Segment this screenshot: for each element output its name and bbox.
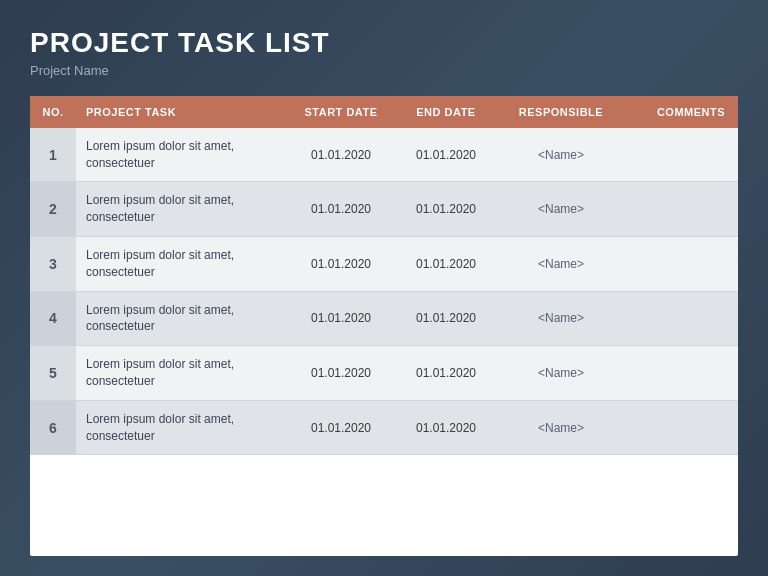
- cell-end-date: 01.01.2020: [396, 128, 496, 182]
- cell-no: 5: [30, 346, 76, 401]
- cell-responsible: <Name>: [496, 182, 626, 237]
- cell-comments: [626, 128, 738, 182]
- cell-task: Lorem ipsum dolor sit amet, consectetuer: [76, 236, 286, 291]
- col-header-task: PROJECT TASK: [76, 96, 286, 128]
- cell-comments: [626, 291, 738, 346]
- cell-start-date: 01.01.2020: [286, 128, 396, 182]
- cell-responsible: <Name>: [496, 400, 626, 455]
- table-row: 2Lorem ipsum dolor sit amet, consectetue…: [30, 182, 738, 237]
- header-section: PROJECT TASK LIST Project Name: [30, 28, 738, 78]
- cell-comments: [626, 346, 738, 401]
- table-header-row: NO. PROJECT TASK START DATE END DATE RES…: [30, 96, 738, 128]
- cell-start-date: 01.01.2020: [286, 236, 396, 291]
- cell-no: 1: [30, 128, 76, 182]
- table-container: NO. PROJECT TASK START DATE END DATE RES…: [30, 96, 738, 556]
- cell-task: Lorem ipsum dolor sit amet, consectetuer: [76, 400, 286, 455]
- page-wrapper: PROJECT TASK LIST Project Name NO. PROJE…: [0, 0, 768, 576]
- cell-task: Lorem ipsum dolor sit amet, consectetuer: [76, 128, 286, 182]
- col-header-start: START DATE: [286, 96, 396, 128]
- cell-start-date: 01.01.2020: [286, 291, 396, 346]
- cell-start-date: 01.01.2020: [286, 182, 396, 237]
- page-title: PROJECT TASK LIST: [30, 28, 738, 59]
- cell-task: Lorem ipsum dolor sit amet, consectetuer: [76, 182, 286, 237]
- cell-comments: [626, 182, 738, 237]
- cell-responsible: <Name>: [496, 291, 626, 346]
- cell-end-date: 01.01.2020: [396, 182, 496, 237]
- cell-no: 3: [30, 236, 76, 291]
- cell-end-date: 01.01.2020: [396, 400, 496, 455]
- cell-no: 2: [30, 182, 76, 237]
- project-subtitle: Project Name: [30, 63, 738, 78]
- cell-task: Lorem ipsum dolor sit amet, consectetuer: [76, 291, 286, 346]
- task-table: NO. PROJECT TASK START DATE END DATE RES…: [30, 96, 738, 456]
- col-header-end: END DATE: [396, 96, 496, 128]
- col-header-responsible: RESPONSIBLE: [496, 96, 626, 128]
- cell-end-date: 01.01.2020: [396, 346, 496, 401]
- cell-end-date: 01.01.2020: [396, 236, 496, 291]
- cell-no: 4: [30, 291, 76, 346]
- table-row: 4Lorem ipsum dolor sit amet, consectetue…: [30, 291, 738, 346]
- table-row: 1Lorem ipsum dolor sit amet, consectetue…: [30, 128, 738, 182]
- cell-comments: [626, 400, 738, 455]
- col-header-no: NO.: [30, 96, 76, 128]
- cell-start-date: 01.01.2020: [286, 346, 396, 401]
- table-row: 6Lorem ipsum dolor sit amet, consectetue…: [30, 400, 738, 455]
- cell-task: Lorem ipsum dolor sit amet, consectetuer: [76, 346, 286, 401]
- table-row: 5Lorem ipsum dolor sit amet, consectetue…: [30, 346, 738, 401]
- cell-comments: [626, 236, 738, 291]
- cell-end-date: 01.01.2020: [396, 291, 496, 346]
- cell-responsible: <Name>: [496, 128, 626, 182]
- cell-responsible: <Name>: [496, 346, 626, 401]
- cell-responsible: <Name>: [496, 236, 626, 291]
- table-row: 3Lorem ipsum dolor sit amet, consectetue…: [30, 236, 738, 291]
- col-header-comments: COMMENTS: [626, 96, 738, 128]
- cell-start-date: 01.01.2020: [286, 400, 396, 455]
- cell-no: 6: [30, 400, 76, 455]
